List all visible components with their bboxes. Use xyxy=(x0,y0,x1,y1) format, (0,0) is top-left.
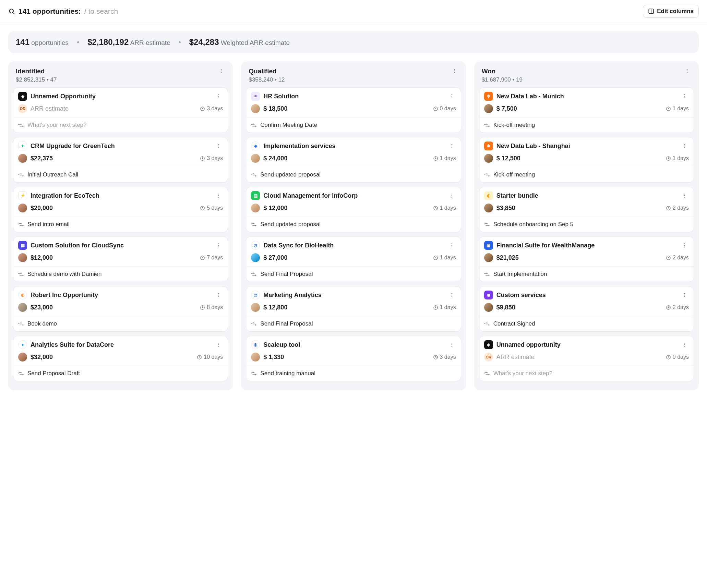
next-step-icon xyxy=(18,371,24,377)
card-menu-button[interactable] xyxy=(448,243,456,248)
owner-placeholder-badge: OR xyxy=(484,353,493,362)
owner-avatar xyxy=(18,154,27,163)
next-step-icon xyxy=(251,122,257,128)
card-menu-button[interactable] xyxy=(215,342,223,347)
svg-point-19 xyxy=(218,243,219,244)
next-step-row[interactable]: Send Final Proposal xyxy=(246,267,460,282)
opportunity-card[interactable]: ◎ Scaleup tool $ 1,330 3 days Send train… xyxy=(246,336,461,381)
next-step-row[interactable]: Confirm Meeting Date xyxy=(246,118,460,133)
column-menu-button[interactable] xyxy=(450,68,458,74)
svg-point-44 xyxy=(451,197,452,197)
card-metrics: OR ARR estimate 3 days xyxy=(13,103,228,117)
card-menu-button[interactable] xyxy=(681,143,689,149)
card-menu-button[interactable] xyxy=(681,292,689,298)
next-step-row[interactable]: Kick-off meeting xyxy=(479,167,694,182)
column-menu-button[interactable] xyxy=(217,68,225,74)
opportunity-card[interactable]: ✦ CRM Upgrade for GreenTech $22,375 3 da… xyxy=(13,137,228,183)
kanban-column: Identified $2,852,315 • 47 ◆ Unnamed Opp… xyxy=(8,61,233,390)
card-menu-button[interactable] xyxy=(681,342,689,347)
opportunity-card[interactable]: ◆ Unnamed opportunity OR ARR estimate 0 … xyxy=(479,336,694,381)
search-icon xyxy=(8,8,15,15)
card-menu-button[interactable] xyxy=(215,292,223,298)
card-menu-button[interactable] xyxy=(215,243,223,248)
next-step-row[interactable]: What's your next step? xyxy=(13,118,228,133)
svg-point-5 xyxy=(221,71,221,71)
next-step-row[interactable]: Send Proposal Draft xyxy=(13,366,228,381)
opportunity-card[interactable]: ▤ Cloud Management for InfoCorp $ 12,000… xyxy=(246,187,461,232)
opportunity-card[interactable]: ✲ New Data Lab - Munich $ 7,500 1 days K… xyxy=(479,87,694,133)
company-logo: ◐ xyxy=(18,291,27,299)
card-menu-button[interactable] xyxy=(448,292,456,298)
opportunity-card[interactable]: ◔ Marketing Analytics $ 12,800 1 days Se… xyxy=(246,286,461,332)
next-step-row[interactable]: Schedule demo with Damien xyxy=(13,267,228,282)
opportunity-card[interactable]: ◉ Custom services $9,850 2 days Contract… xyxy=(479,286,694,332)
card-menu-button[interactable] xyxy=(215,143,223,149)
svg-point-73 xyxy=(684,243,685,244)
next-step-text: Start Implementation xyxy=(493,271,547,278)
svg-point-61 xyxy=(684,94,685,95)
days-in-stage: 7 days xyxy=(200,255,223,261)
card-menu-button[interactable] xyxy=(215,193,223,198)
card-header: ◔ Data Sync for BioHealth xyxy=(246,237,460,252)
card-metrics: OR ARR estimate 0 days xyxy=(479,351,694,366)
next-step-row[interactable]: Kick-off meeting xyxy=(479,118,694,133)
opportunity-card[interactable]: ◔ Data Sync for BioHealth $ 27,000 1 day… xyxy=(246,236,461,282)
edit-columns-button[interactable]: Edit columns xyxy=(643,5,699,18)
next-step-icon xyxy=(251,371,257,377)
next-step-text: Send Final Proposal xyxy=(260,271,313,278)
card-menu-button[interactable] xyxy=(448,193,456,198)
svg-point-75 xyxy=(684,246,685,247)
opportunity-card[interactable]: ◐ Starter bundle $3,850 2 days Schedule … xyxy=(479,187,694,232)
arr-amount: $ 7,500 xyxy=(496,105,517,112)
card-metrics: $ 27,000 1 days xyxy=(246,252,460,266)
svg-point-55 xyxy=(451,344,452,345)
next-step-row[interactable]: What's your next step? xyxy=(479,366,694,381)
card-menu-button[interactable] xyxy=(448,94,456,99)
card-menu-button[interactable] xyxy=(448,342,456,347)
opportunity-card[interactable]: ✲ New Data Lab - Shanghai $ 12,500 1 day… xyxy=(479,137,694,183)
card-menu-button[interactable] xyxy=(681,243,689,248)
svg-point-17 xyxy=(218,197,219,197)
svg-point-48 xyxy=(451,246,452,247)
opportunity-card[interactable]: ▦ Custom Solution for CloudSync $12,000 … xyxy=(13,236,228,282)
opportunity-card[interactable]: ◐ Robert Inc Opportunity $23,000 8 days … xyxy=(13,286,228,332)
next-step-row[interactable]: Send Final Proposal xyxy=(246,316,460,331)
svg-point-79 xyxy=(684,296,685,297)
next-step-row[interactable]: Book demo xyxy=(13,316,228,331)
column-menu-button[interactable] xyxy=(683,68,691,74)
next-step-row[interactable]: Start Implementation xyxy=(479,267,694,282)
svg-point-71 xyxy=(684,197,685,197)
opportunity-card[interactable]: ≡ HR Solution $ 18,500 0 days Confirm Me… xyxy=(246,87,461,133)
next-step-row[interactable]: Send intro email xyxy=(13,217,228,232)
clock-icon xyxy=(666,255,671,260)
next-step-row[interactable]: Initial Outreach Call xyxy=(13,167,228,182)
svg-point-23 xyxy=(218,293,219,294)
next-step-row[interactable]: Send updated proposal xyxy=(246,217,460,232)
opportunity-title: Cloud Management for InfoCorp xyxy=(263,192,444,199)
search-area[interactable]: 141 opportunities: / to search xyxy=(8,7,118,15)
card-header: ◐ Robert Inc Opportunity xyxy=(13,286,228,302)
opportunity-card[interactable]: ● Analytics Suite for DataCore $32,000 1… xyxy=(13,336,228,381)
svg-point-60 xyxy=(687,72,687,73)
opportunity-card[interactable]: ◆ Unnamed Opportunity OR ARR estimate 3 … xyxy=(13,87,228,133)
arr-amount: $12,000 xyxy=(31,254,53,261)
svg-point-39 xyxy=(451,146,452,146)
stat-arr: $2,180,192 ARR estimate xyxy=(87,37,170,47)
opportunity-card[interactable]: ⚡ Integration for EcoTech $20,000 5 days… xyxy=(13,187,228,232)
card-menu-button[interactable] xyxy=(681,193,689,198)
card-menu-button[interactable] xyxy=(448,143,456,149)
clock-icon xyxy=(666,206,671,211)
next-step-row[interactable]: Send updated proposal xyxy=(246,167,460,182)
next-step-row[interactable]: Contract Signed xyxy=(479,316,694,331)
svg-point-51 xyxy=(451,295,452,295)
card-menu-button[interactable] xyxy=(215,94,223,99)
opportunity-card[interactable]: ◈ Implementation services $ 24,000 1 day… xyxy=(246,137,461,183)
next-step-icon xyxy=(484,172,490,178)
svg-point-36 xyxy=(451,97,452,98)
card-menu-button[interactable] xyxy=(681,94,689,99)
svg-point-9 xyxy=(218,97,219,98)
next-step-row[interactable]: Schedule onboarding on Sep 5 xyxy=(479,217,694,232)
opportunity-card[interactable]: ▣ Financial Suite for WealthManage $21,0… xyxy=(479,236,694,282)
next-step-row[interactable]: Send training manual xyxy=(246,366,460,381)
stat-weighted-arr: $24,283 Weighted ARR estimate xyxy=(189,37,290,47)
